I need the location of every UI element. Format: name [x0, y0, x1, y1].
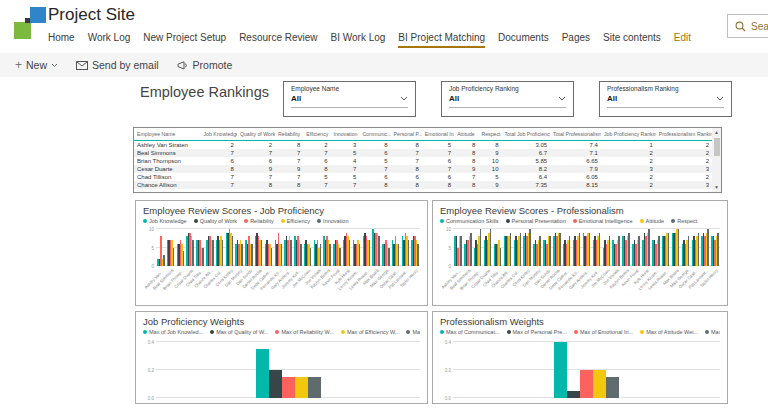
bar-respect[interactable] [490, 229, 492, 266]
bar-respect[interactable] [510, 233, 512, 266]
bar-respect[interactable] [500, 248, 502, 267]
legend-item-max-of-emotional-in[interactable]: Max of Emotional In... [574, 329, 633, 335]
nav-item-site-contents[interactable]: Site contents [603, 32, 661, 46]
nav-item-work-log[interactable]: Work Log [88, 32, 131, 46]
bar-respect[interactable] [618, 236, 620, 266]
scroll-down-icon[interactable]: ▼ [712, 183, 721, 192]
legend-item-max-of-quality-of-w[interactable]: Max of Quality of W... [210, 329, 268, 335]
bar-innovation[interactable] [192, 240, 194, 266]
bar-innovation[interactable] [349, 240, 351, 266]
table-row[interactable]: Cesar Duarte899877879108.27.933 [134, 165, 712, 173]
nav-item-resource-review[interactable]: Resource Review [239, 32, 317, 46]
bar-max-of-personal-pre[interactable] [567, 391, 580, 398]
bar-innovation[interactable] [398, 244, 400, 266]
bar-respect[interactable] [470, 233, 472, 266]
bar-innovation[interactable] [359, 244, 361, 266]
nav-item-documents[interactable]: Documents [498, 32, 549, 46]
bar-innovation[interactable] [251, 244, 253, 266]
legend-item-job-knowledge[interactable]: Job Knowledge [143, 218, 187, 224]
nav-item-new-project-setup[interactable]: New Project Setup [143, 32, 226, 46]
bar-max-of-communicat[interactable] [554, 342, 567, 398]
bar-respect[interactable] [569, 236, 571, 266]
bar-respect[interactable] [480, 229, 482, 266]
table-row[interactable]: Beal Simmons77775677896.77.122 [134, 149, 712, 157]
nav-item-home[interactable]: Home [48, 32, 75, 46]
bar-innovation[interactable] [417, 244, 419, 266]
legend-item-max-of-efficiency-w[interactable]: Max of Efficiency W... [341, 329, 399, 335]
bar-innovation[interactable] [241, 244, 243, 266]
legend-item-attitude[interactable]: Attitude [640, 218, 665, 224]
scrollbar-thumb[interactable] [714, 138, 720, 156]
bar-respect[interactable] [559, 233, 561, 266]
scroll-up-icon[interactable]: ▲ [712, 128, 721, 137]
bar-innovation[interactable] [173, 248, 175, 267]
bar-innovation[interactable] [300, 244, 302, 266]
column-header-professionalism-ranking[interactable]: Professionalism Ranking [656, 128, 712, 140]
bar-max-of-reliability-w[interactable] [282, 377, 295, 398]
site-logo[interactable] [14, 7, 46, 39]
nav-item-pages[interactable]: Pages [562, 32, 590, 46]
bar-respect[interactable] [648, 229, 650, 266]
column-header-personal-p[interactable]: Personal P... [391, 128, 422, 140]
new-button[interactable]: + New [15, 59, 58, 71]
bar-respect[interactable] [638, 236, 640, 266]
bar-innovation[interactable] [290, 240, 292, 266]
column-header-employee-name[interactable]: Employee Name [134, 128, 200, 140]
bar-respect[interactable] [549, 236, 551, 266]
column-header-total-professionalism[interactable]: Total Professionalism [550, 128, 601, 140]
table-row[interactable]: Chad Tillison77755666756.46.0522 [134, 173, 712, 181]
bar-respect[interactable] [698, 233, 700, 266]
table-row[interactable]: Ashley Van Straten22823885883.057.412 [134, 140, 712, 149]
bar-respect[interactable] [658, 236, 660, 266]
legend-item-max-of-respect-wei[interactable]: Max of Respect Wei... [705, 329, 720, 335]
bar-innovation[interactable] [329, 244, 331, 266]
legend-item-emotional-intelligence[interactable]: Emotional Intelligence [573, 218, 633, 224]
column-header-efficiency[interactable]: Efficiency [303, 128, 330, 140]
legend-item-communication-skills[interactable]: Communication Skills [440, 218, 499, 224]
search-box[interactable]: Search [727, 14, 768, 38]
bar-max-of-job-knowled[interactable] [256, 349, 269, 398]
filter-job-proficiency-ranking[interactable]: Job Proficiency Ranking All [441, 81, 574, 117]
bar-innovation[interactable] [222, 240, 224, 266]
bar-innovation[interactable] [202, 248, 204, 267]
nav-item-edit[interactable]: Edit [674, 32, 691, 46]
legend-item-innovation[interactable]: Innovation [317, 218, 348, 224]
bar-respect[interactable] [668, 233, 670, 266]
table-row[interactable]: Brian Thompson667645768105.856.6522 [134, 157, 712, 165]
bar-respect[interactable] [460, 236, 462, 266]
bar-respect[interactable] [529, 229, 531, 266]
bar-innovation[interactable] [378, 236, 380, 266]
bar-innovation[interactable] [388, 248, 390, 267]
legend-item-respect[interactable]: Respect [671, 218, 697, 224]
bar-innovation[interactable] [310, 248, 312, 267]
filter-professionalism-ranking[interactable]: Professionalism Ranking All [599, 81, 732, 117]
legend-item-max-of-attitude-wei[interactable]: Max of Attitude Wei... [640, 329, 698, 335]
legend-item-max-of-reliability-w[interactable]: Max of Reliability W... [275, 329, 334, 335]
column-header-attitude[interactable]: Attitude [454, 128, 478, 140]
bar-max-of-respect-wei[interactable] [606, 377, 619, 398]
bar-innovation[interactable] [183, 251, 185, 266]
bar-max-of-attitude-wei[interactable] [593, 370, 606, 398]
bar-innovation[interactable] [369, 240, 371, 266]
bar-respect[interactable] [589, 233, 591, 266]
column-header-communic[interactable]: Communic... [359, 128, 390, 140]
column-header-job-knowledge[interactable]: Job Knowledge [200, 128, 236, 140]
bar-innovation[interactable] [408, 240, 410, 266]
bar-respect[interactable] [678, 229, 680, 266]
filter-employee-name[interactable]: Employee Name All [283, 81, 416, 117]
bar-respect[interactable] [579, 233, 581, 266]
table-scrollbar[interactable]: ▲ ▼ [712, 128, 721, 192]
bar-respect[interactable] [707, 229, 709, 266]
bar-max-of-efficiency-w[interactable] [295, 377, 308, 398]
column-header-innovation[interactable]: Innovation [330, 128, 359, 140]
column-header-total-job-proficiency[interactable]: Total Job Proficiency [502, 128, 551, 140]
column-header-job-proficiency-ranking[interactable]: Job Proficiency Ranking [601, 128, 656, 140]
bar-innovation[interactable] [232, 236, 234, 266]
bar-innovation[interactable] [339, 248, 341, 267]
legend-item-max-of-innovation[interactable]: Max of Innovation ... [406, 329, 420, 335]
bar-respect[interactable] [628, 233, 630, 266]
legend-item-max-of-personal-pre[interactable]: Max of Personal Pre... [507, 329, 567, 335]
send-by-email-button[interactable]: Send by email [76, 59, 159, 71]
bar-respect[interactable] [539, 236, 541, 266]
legend-item-reliability[interactable]: Reliability [244, 218, 274, 224]
